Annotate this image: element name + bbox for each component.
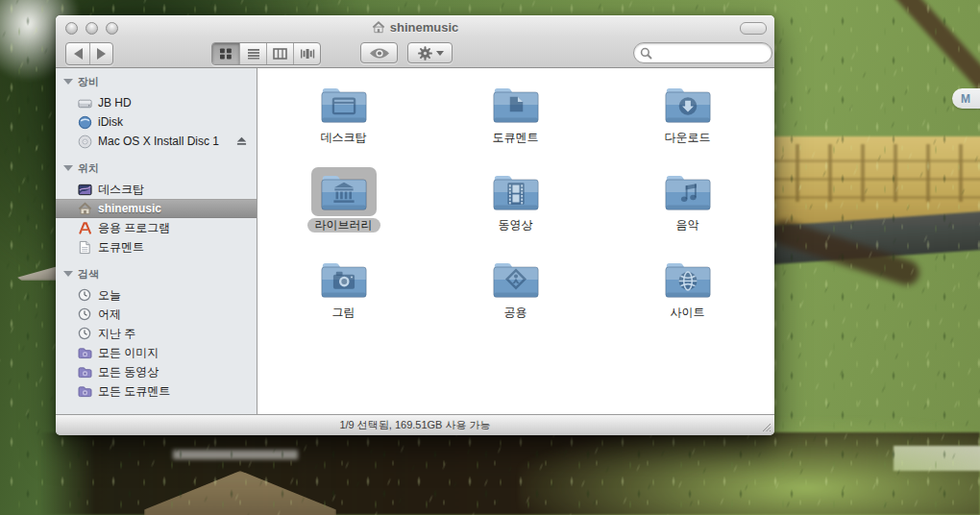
sidebar-item-label: 응용 프로그램	[98, 220, 170, 236]
disclosure-triangle-icon[interactable]	[63, 79, 73, 85]
background-white-wall-2	[173, 450, 298, 459]
clock-icon	[77, 307, 92, 322]
disclosure-triangle-icon[interactable]	[63, 271, 73, 277]
section-header-label: 장비	[78, 75, 99, 89]
toolbar	[56, 40, 774, 65]
folder-sites[interactable]: 사이트	[601, 255, 773, 342]
sidebar-item-desktop[interactable]: 데스크탑	[56, 180, 257, 199]
hdd-icon	[77, 95, 92, 110]
folder-icon-sites[interactable]	[655, 255, 721, 304]
sidebar-item-shinemusic[interactable]: shinemusic	[56, 199, 257, 218]
folder-label: 사이트	[663, 306, 713, 320]
column-view-icon	[273, 48, 287, 60]
coverflow-view-button[interactable]	[293, 43, 320, 64]
forward-button[interactable]	[89, 43, 112, 64]
sidebar-item-idisk[interactable]: iDisk	[56, 112, 257, 132]
smart-folder-icon	[77, 383, 92, 399]
sidebar-item-label: JB HD	[98, 96, 132, 110]
smart-folder-icon	[77, 345, 92, 360]
smart-folder-icon	[77, 364, 92, 380]
folder-label: 라이브러리	[307, 218, 380, 233]
sidebar-item-label: 데스크탑	[98, 182, 144, 198]
home-icon	[372, 21, 385, 34]
folder-icon-pictures[interactable]	[311, 255, 377, 304]
home-icon	[77, 201, 92, 216]
folder-icon-music[interactable]	[655, 167, 721, 216]
sidebar-item-label: 도큐멘트	[98, 239, 144, 256]
folder-icon-download[interactable]	[655, 80, 721, 129]
sidebar-section-header-search[interactable]: 검색	[56, 265, 257, 282]
desktop-partial-label[interactable]: M	[952, 88, 980, 109]
sidebar-section-header-devices[interactable]: 장비	[56, 73, 257, 90]
sidebar-item-all-images[interactable]: 모든 이미지	[56, 343, 257, 362]
folder-icon-desktop[interactable]	[311, 80, 377, 129]
icon-view-icon	[219, 48, 233, 60]
finder-window: shinemusic	[56, 15, 774, 435]
forward-arrow-icon	[97, 48, 106, 60]
folder-icon-movies[interactable]	[483, 167, 549, 216]
resize-grip[interactable]	[760, 421, 772, 432]
search-field[interactable]	[633, 42, 772, 63]
background-branch-2	[769, 217, 922, 288]
folder-label: 그림	[325, 306, 363, 320]
sidebar-item-label: 오늘	[98, 287, 121, 304]
disclosure-triangle-icon[interactable]	[63, 165, 73, 171]
eject-icon[interactable]	[235, 135, 249, 148]
folder-pictures[interactable]: 그림	[257, 255, 429, 342]
sidebar-item-label: shinemusic	[98, 202, 161, 215]
sidebar-item-install-disc[interactable]: Mac OS X Install Disc 1	[56, 132, 257, 151]
folder-label: 동영상	[491, 218, 541, 233]
list-view-icon	[247, 48, 260, 60]
folder-music[interactable]: 음악	[601, 167, 773, 255]
folder-label: 도큐멘트	[485, 131, 547, 145]
folder-downloads[interactable]: 다운로드	[601, 80, 773, 167]
applications-icon	[77, 220, 92, 235]
clock-icon	[77, 287, 92, 303]
view-switcher	[211, 42, 321, 65]
search-input[interactable]	[655, 45, 760, 61]
clock-icon	[77, 326, 92, 341]
gear-icon	[417, 45, 433, 61]
folder-label: 다운로드	[657, 131, 719, 145]
folder-public[interactable]: 공용	[429, 255, 601, 342]
sidebar-item-applications[interactable]: 응용 프로그램	[56, 218, 257, 237]
action-button[interactable]	[407, 42, 453, 63]
folder-icon-document[interactable]	[483, 80, 549, 129]
toolbar-toggle-button[interactable]	[740, 22, 767, 35]
sidebar-item-jb-hd[interactable]: JB HD	[56, 93, 257, 112]
list-view-button[interactable]	[239, 43, 266, 64]
file-area: 데스크탑 도큐멘트 다운로드 라이브러리 동영상 음악 그림 공용 사이트	[257, 68, 774, 414]
folder-desktop[interactable]: 데스크탑	[257, 80, 429, 167]
sidebar-item-label: Mac OS X Install Disc 1	[98, 135, 219, 148]
column-view-button[interactable]	[266, 43, 293, 64]
sidebar-item-all-documents[interactable]: 모든 도큐멘트	[56, 381, 257, 401]
folder-label: 공용	[497, 306, 535, 320]
back-button[interactable]	[66, 43, 89, 64]
folder-movies[interactable]: 동영상	[429, 167, 601, 255]
folder-label: 음악	[669, 218, 707, 233]
icon-view-button[interactable]	[212, 43, 239, 64]
sidebar-item-today[interactable]: 오늘	[56, 285, 257, 305]
quicklook-button[interactable]	[360, 42, 398, 63]
sidebar-item-last-week[interactable]: 지난 주	[56, 324, 257, 343]
sidebar-item-label: 지난 주	[98, 326, 135, 342]
sidebar-item-label: iDisk	[98, 115, 123, 129]
title-bar[interactable]: shinemusic	[56, 19, 774, 35]
folder-label: 데스크탑	[313, 131, 375, 145]
folder-documents[interactable]: 도큐멘트	[429, 80, 601, 167]
status-text: 1/9 선택됨, 169.51GB 사용 가능	[339, 418, 490, 432]
background-temple-windows	[767, 144, 980, 202]
sidebar-section-header-places[interactable]: 위치	[56, 159, 257, 177]
window-content: 장비JB HDiDiskMac OS X Install Disc 1위치데스크…	[56, 68, 774, 414]
sidebar-item-label: 모든 이미지	[98, 345, 159, 361]
background-branch	[880, 0, 980, 166]
sidebar-item-yesterday[interactable]: 어제	[56, 305, 257, 324]
document-icon	[77, 239, 92, 255]
sidebar-item-all-movies[interactable]: 모든 동영상	[56, 362, 257, 381]
section-header-label: 검색	[78, 267, 99, 282]
folder-icon-public[interactable]	[483, 255, 549, 304]
folder-icon-library[interactable]	[311, 167, 377, 216]
folder-library[interactable]: 라이브러리	[257, 167, 429, 255]
sidebar-item-documents[interactable]: 도큐멘트	[56, 237, 257, 257]
window-title: shinemusic	[390, 20, 459, 35]
